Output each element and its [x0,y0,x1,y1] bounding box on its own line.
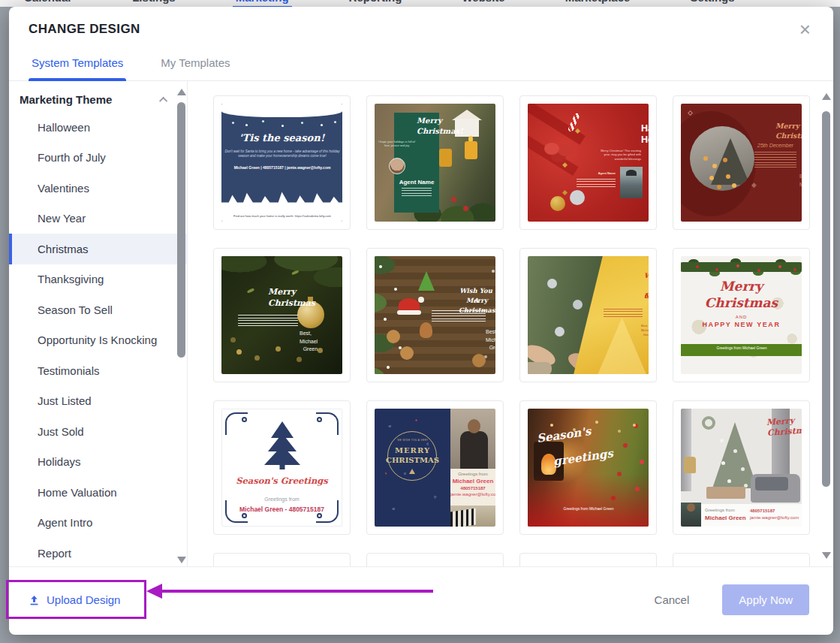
decor-tree-tier [264,445,300,465]
template-card-merry-christmas-new-year[interactable]: Merry Christmas AND HAPPY NEW YEAR Greet… [673,248,810,382]
template-title: MerryChristmas [751,122,799,131]
upload-design-label: Upload Design [47,593,120,606]
decor-tree-silhouette [711,138,750,185]
template-title: MerryChristmas! [394,116,439,126]
theme-sidebar: Marketing Theme Halloween Fourth of July… [9,81,188,566]
sidebar-item-agent-intro[interactable]: Agent Intro [9,508,187,539]
nav-item-reporting[interactable]: Reporting [346,0,405,7]
scrollbar-thumb[interactable] [177,102,185,358]
decor-paragraph-lines [604,309,643,319]
decor-photo-hat [626,170,637,176]
sidebar-item-holidays[interactable]: Holidays [9,447,187,478]
scroll-up-icon[interactable] [177,89,186,95]
cancel-button[interactable]: Cancel [655,593,690,606]
template-signoff: Best,Michael Green [251,330,300,338]
sidebar-item-thanksgiving[interactable]: Thanksgiving [9,264,187,295]
nav-item-marketing[interactable]: Marketing [233,0,292,7]
scroll-up-icon[interactable] [822,93,831,100]
nav-item-website[interactable]: Website [459,0,507,7]
sidebar-item-just-sold[interactable]: Just Sold [9,416,187,447]
sidebar-item-season-to-sell[interactable]: Season To Sell [9,294,187,325]
tab-system-templates[interactable]: System Templates [29,47,126,80]
theme-list: Halloween Fourth of July Valentines New … [9,112,187,569]
template-subtitle: HAPPY NEW YEAR [681,321,802,328]
decor-contact-lines [402,188,432,197]
template-card-merry-christmas-living-room[interactable]: MerryChristmas Greetings from Michael Gr… [673,400,810,535]
template-banner-text: Greetings from Michael Green [528,506,649,511]
nav-item-marketplace[interactable]: Marketplace [562,0,634,7]
template-grid: 'Tis the season! Don't wait for Santa to… [188,81,833,566]
sidebar-item-testimonials[interactable]: Testimonials [9,355,187,386]
template-card-tis-the-season[interactable]: 'Tis the season! Don't wait for Santa to… [213,95,351,230]
template-card[interactable] [213,553,351,566]
change-design-modal: CHANGE DESIGN × System Templates My Temp… [9,7,833,635]
upload-icon [29,594,40,606]
sidebar-item-halloween[interactable]: Halloween [9,112,187,143]
sidebar-item-home-valuation[interactable]: Home Valuation [9,477,187,508]
sidebar-scrollbar[interactable] [176,89,185,563]
template-card-happy-holidays[interactable]: HappyHolidays Merry Christmas! This exci… [519,95,657,230]
decor-corner-curl [242,417,247,422]
decor-corner-flourish [316,412,339,435]
template-signoff: Best,Michael Green [442,328,486,337]
sidebar-item-just-listed[interactable]: Just Listed [9,386,187,417]
decor-sleeve [528,362,552,374]
template-card-wish-you-gold[interactable]: Wish YouA MerryChristmas Best,Michael Gr… [519,248,657,382]
sidebar-group-label: Marketing Theme [20,93,112,106]
template-card[interactable] [366,553,504,566]
template-greeting: Greetings from [222,497,342,502]
agent-phone: 4805715187 [750,509,775,513]
sidebar-group-header[interactable]: Marketing Theme [9,86,187,112]
template-card-seasons-greetings-white[interactable]: Season's Greetings Greetings from Michae… [213,400,351,535]
decor-snow-garland [221,104,342,117]
close-icon[interactable]: × [796,22,814,37]
sidebar-item-new-year[interactable]: New Year [9,204,187,234]
decor-snow-dots [379,265,382,268]
decor-tree-trunk [279,463,285,469]
decor-tree-snow [720,439,724,442]
sidebar-item-report[interactable]: Report [9,538,187,569]
sidebar-item-fourth-of-july[interactable]: Fourth of July [9,143,187,174]
template-ring-text: WE WISH YOU A VERY [375,439,451,441]
template-title: MerryChristmas [734,415,799,430]
nav-item-listings[interactable]: Listings [129,0,179,7]
nav-item-settings[interactable]: Settings [687,0,737,7]
scroll-down-icon[interactable] [177,557,186,563]
template-date: 25th December [751,143,799,148]
template-card[interactable] [673,553,810,566]
decor-garland-berries [696,265,699,268]
template-title: Wish You AMerry Christmas [424,286,493,296]
agent-contact: Michael Green | 4805715187 | jamie.wagne… [221,165,342,170]
template-card-merry-christmas-green[interactable]: MerryChristmas! I hope your holidays is … [366,95,504,230]
scrollbar-thumb[interactable] [822,111,830,487]
template-card-merry-christmas-maroon[interactable]: MerryChristmas 25th December Best,Michae… [673,95,810,230]
top-nav: Calendar Listings Marketing Reporting We… [0,0,840,7]
upload-design-button[interactable]: Upload Design [29,593,120,606]
nav-item-calendar[interactable]: Calendar [21,0,75,7]
template-card-merry-christmas-navy-agent[interactable]: WE WISH YOU A VERY MERRY CHRISTMAS Greet… [366,400,504,535]
template-card-seasons-greetings-fireplace[interactable]: Season's greetings Greetings from Michae… [519,400,657,535]
agent-name: Agent Name [571,171,616,175]
decor-santa-hat-pom [418,297,424,303]
decor-piano-keys [450,509,476,527]
decor-village-silhouette [221,191,342,212]
template-title: 'Tis the season! [221,132,342,143]
template-card[interactable] [519,553,657,566]
apply-now-button[interactable]: Apply Now [722,584,809,615]
decor-paragraph-lines [432,310,486,324]
sidebar-item-valentines[interactable]: Valentines [9,173,187,204]
scroll-down-icon[interactable] [822,552,831,559]
agent-name: Michael Green [450,478,495,485]
decor-corner-curl [242,513,247,518]
tab-my-templates[interactable]: My Templates [158,47,233,80]
sidebar-item-christmas[interactable]: Christmas [9,234,187,264]
sidebar-item-opportunity-is-knocking[interactable]: Opportunity Is Knocking [9,325,187,356]
tree-photo-circle [690,126,754,191]
decor-corner-flourish [225,412,248,435]
template-card-merry-christmas-pine[interactable]: MerryChristmas Best,Michael Green [213,248,351,382]
agent-name: Agent Name [394,179,439,186]
template-card-wish-you-wood[interactable]: Wish You AMerry Christmas Best,Michael G… [366,248,504,382]
grid-scrollbar[interactable] [821,93,830,559]
chevron-up-icon [159,96,167,104]
decor-blanket [755,477,788,491]
